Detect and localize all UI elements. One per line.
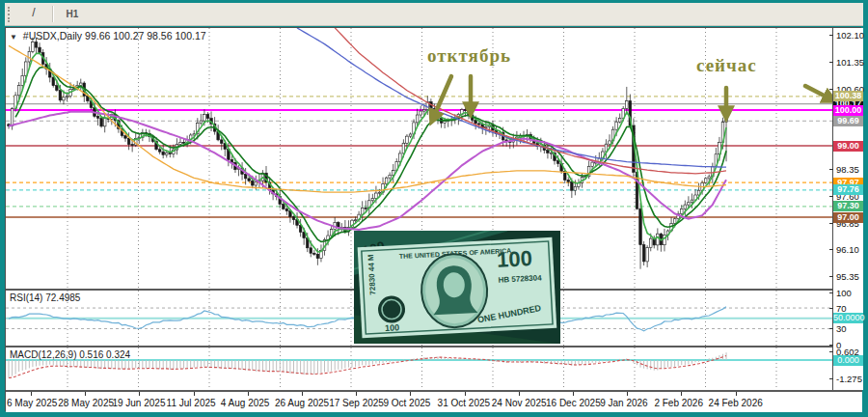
toolbar-grip[interactable] (8, 7, 15, 22)
rsi-badge-50.0000: 50.0000 (833, 313, 863, 323)
date-label: 24 Nov 2025 (492, 398, 547, 408)
price-badge-99.69: 99.69 (833, 116, 863, 126)
price-tick-102.10: 102.10 (836, 30, 864, 41)
macd-label: MACD(12,26,9) 0.516 0.324 (10, 349, 130, 360)
ma-long-red (335, 28, 726, 174)
date-label: 6 May 2025 (7, 398, 57, 408)
bill-corner-100: 100 (385, 322, 400, 333)
price-badge-97.76: 97.76 (833, 184, 863, 195)
rsi-label: RSI(14) 72.4985 (10, 292, 80, 303)
annotation-now: сейчас (696, 55, 757, 76)
date-label: 2 Feb 2026 (654, 398, 703, 408)
date-label: 31 Oct 2025 (438, 398, 490, 408)
trendline-button[interactable]: / (20, 2, 47, 22)
price-tick-96.10: 96.10 (836, 244, 859, 255)
timeframe-h1-button[interactable]: H1 (59, 4, 86, 24)
price-tick-101.35: 101.35 (836, 57, 864, 68)
annotation-arrow-4 (805, 86, 832, 100)
price-badge-97.00: 97.00 (833, 212, 863, 223)
toolbar-separator (52, 6, 54, 22)
symbol-dropdown-icon[interactable]: ▼ (10, 33, 17, 42)
price-tick-98.35: 98.35 (836, 164, 859, 175)
ema-slow-green (15, 68, 726, 242)
date-label: 9 Oct 2025 (383, 398, 430, 408)
annotation-arrow-1 (432, 76, 451, 121)
chart-symbol: #USDX,Daily (23, 30, 82, 42)
toolbar: ↖+|—///FAT◆▾ M1M5M15M30H1H4D1W1MN (5, 3, 863, 26)
ema-fast-green (15, 53, 726, 252)
price-badge-99.00: 99.00 (833, 141, 863, 152)
dollar-bill-image: 100 THE UNITED STATES OF AMERICA 100 HB … (354, 231, 560, 344)
chart-window: ▼ #USDX,Daily 99.66 100.27 98.56 100.17 … (5, 27, 861, 411)
window-frame: ↖+|—///FAT◆▾ M1M5M15M30H1H4D1W1MN ▼ #USD… (0, 0, 868, 417)
macd-tick--1.275: -1.275 (836, 374, 862, 384)
date-axis[interactable]: 6 May 202528 May 202519 Jun 202511 Jul 2… (6, 392, 862, 412)
date-label: 19 Jun 2025 (112, 398, 165, 408)
price-badge-97.30: 97.30 (833, 201, 863, 211)
price-axis[interactable]: 102.10101.35100.6098.3597.6096.8596.1095… (832, 28, 863, 390)
date-label: 4 Aug 2025 (221, 398, 270, 408)
chart-title: ▼ #USDX,Daily 99.66 100.27 98.56 100.17 (10, 30, 206, 42)
chart-ohlc: 99.66 100.27 98.56 100.17 (85, 30, 206, 42)
date-label: 17 Sep 2025 (329, 398, 384, 408)
date-label: 28 May 2025 (58, 398, 114, 408)
annotation-october: отктябрь (427, 45, 511, 67)
bill-denomination: 100 (496, 246, 532, 272)
date-label: 16 Dec 2025 (546, 398, 601, 408)
rsi-tick-30: 30 (836, 323, 847, 334)
date-label: 11 Jul 2025 (167, 398, 216, 408)
date-label: 9 Jan 2026 (600, 398, 648, 408)
date-label: 24 Feb 2026 (709, 398, 763, 408)
price-badge-100.38: 100.38 (833, 91, 863, 101)
macd-badge-0.000: 0.000 (833, 355, 863, 366)
price-badge-100.00: 100.00 (833, 105, 863, 116)
price-tick-95.35: 95.35 (836, 271, 859, 282)
date-label: 26 Aug 2025 (275, 398, 329, 408)
macd-pane[interactable]: MACD(12,26,9) 0.516 0.324 (6, 348, 832, 390)
rsi-tick-100: 100 (836, 288, 852, 298)
